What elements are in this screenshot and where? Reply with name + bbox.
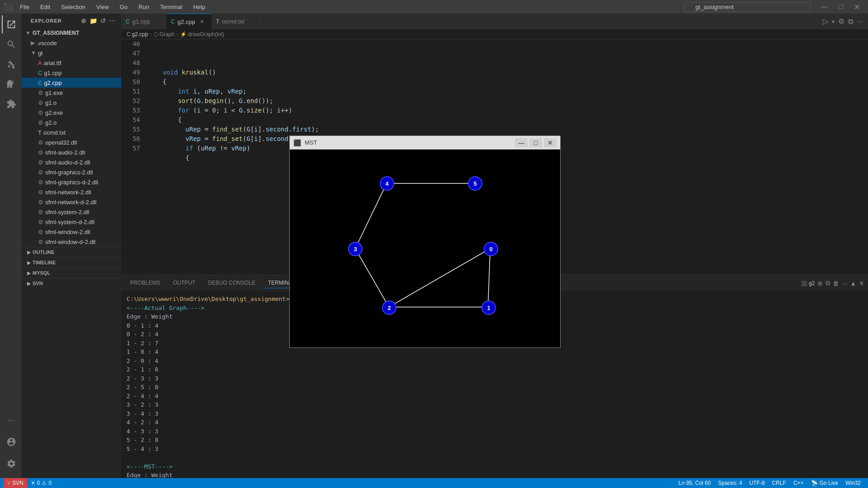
kill-terminal-icon[interactable]: 🗑 xyxy=(833,280,839,287)
tree-sfml-system-d[interactable]: ⚙ sfml-system-d-2.dll xyxy=(22,217,121,227)
tree-root[interactable]: ▼ GT_ASSIGNMENT xyxy=(22,28,121,38)
tree-g2o[interactable]: ⚙ g2.o xyxy=(22,117,121,127)
tab-debug-console[interactable]: DEBUG CONSOLE xyxy=(203,278,261,288)
add-terminal-icon[interactable]: ⊕ xyxy=(817,280,823,287)
run-split-icon[interactable]: ▾ xyxy=(832,19,835,25)
tree-sfml-network[interactable]: ⚙ sfml-network-2.dll xyxy=(22,187,121,197)
tree-sfml-graphics[interactable]: ⚙ sfml-graphics-2.dll xyxy=(22,167,121,177)
tab-g2cpp[interactable]: C g2.cpp ✕ xyxy=(166,14,212,29)
split-terminal-icon[interactable]: ⧉ xyxy=(826,279,830,287)
status-encoding[interactable]: UTF-8 xyxy=(746,478,769,488)
search-input[interactable] xyxy=(684,2,811,12)
status-errors[interactable]: ✕ 0 ⚠ 0 xyxy=(27,478,55,488)
dll-icon10: ⚙ xyxy=(38,229,43,235)
activity-source-control[interactable] xyxy=(2,55,20,73)
tree-sfml-audio-d-label: sfml-audio-d-2.dll xyxy=(45,159,90,166)
timeline-header[interactable]: ▶ TIMELINE xyxy=(22,258,121,267)
new-folder-icon[interactable]: 📁 xyxy=(90,17,98,24)
more-actions-icon[interactable]: ··· xyxy=(857,18,863,26)
tree-vscode[interactable]: ▶ .vscode xyxy=(22,38,121,48)
menu-view[interactable]: View xyxy=(94,3,111,11)
tab-ocmd-label: ocmd.txt xyxy=(222,18,244,25)
activity-remote[interactable]: ⋯ xyxy=(2,411,20,429)
tab-g1cpp[interactable]: C g1.cpp xyxy=(121,14,166,29)
activity-explorer[interactable] xyxy=(2,15,20,33)
tree-g1cpp[interactable]: C g1.cpp xyxy=(22,68,121,78)
status-line-ending[interactable]: CRLF xyxy=(769,478,790,488)
new-file-icon[interactable]: ⊕ xyxy=(81,17,87,24)
tab-output[interactable]: OUTPUT xyxy=(168,278,201,288)
tree-g1exe[interactable]: ⚙ g1.exe xyxy=(22,88,121,98)
status-spaces[interactable]: Spaces: 4 xyxy=(714,478,745,488)
tree-sfml-network-d[interactable]: ⚙ sfml-network-d-2.dll xyxy=(22,197,121,207)
breadcrumb-graph[interactable]: ⬡Graph xyxy=(154,31,175,38)
menu-edit[interactable]: Edit xyxy=(38,3,52,11)
svn-header[interactable]: ▶ SVN xyxy=(22,278,121,288)
obj-icon2: ⚙ xyxy=(38,119,43,126)
tree-g2cpp[interactable]: C g2.cpp xyxy=(22,78,121,88)
window-controls: — □ ✕ xyxy=(816,1,864,13)
close-button[interactable]: ✕ xyxy=(849,1,864,13)
tree-arial[interactable]: A arial.ttf xyxy=(22,58,121,68)
status-go-live[interactable]: 📡 Go Live xyxy=(807,478,842,488)
tree-sfml-window-d[interactable]: ⚙ sfml-window-d-2.dll xyxy=(22,237,121,247)
maximize-panel-icon[interactable]: ▲ xyxy=(850,280,856,287)
tab-ocmd-icon: T xyxy=(216,19,219,25)
chevron-right-icon6: ▶ xyxy=(27,281,31,286)
tree-sfml-window[interactable]: ⚙ sfml-window-2.dll xyxy=(22,227,121,237)
tree-sfml-graphics-d[interactable]: ⚙ sfml-graphics-d-2.dll xyxy=(22,177,121,187)
settings-icon[interactable]: ⚙ xyxy=(838,17,844,26)
breadcrumb-file[interactable]: Cg2.cpp xyxy=(127,31,148,38)
tree-gt[interactable]: ▼ gt xyxy=(22,48,121,58)
menu-run[interactable]: Run xyxy=(137,3,151,11)
tree-g1o[interactable]: ⚙ g1.o xyxy=(22,98,121,108)
tab-g1cpp-icon: C xyxy=(126,19,130,25)
tree-ocmd[interactable]: T ocmd.txt xyxy=(22,127,121,137)
tab-ocmd[interactable]: T ocmd.txt xyxy=(212,14,257,29)
activity-search[interactable] xyxy=(2,35,20,53)
tab-problems[interactable]: PROBLEMS xyxy=(125,278,166,288)
menu-terminal[interactable]: Terminal xyxy=(158,3,184,11)
spaces-text: Spaces: 4 xyxy=(718,480,742,486)
tree-sfml-graphics-d-label: sfml-graphics-d-2.dll xyxy=(45,179,98,186)
restore-button[interactable]: □ xyxy=(834,1,848,13)
status-platform[interactable]: Win32 xyxy=(842,478,864,488)
tree-sfml-audio[interactable]: ⚙ sfml-audio-2.dll xyxy=(22,147,121,157)
menu-selection[interactable]: Selection xyxy=(59,3,87,11)
dll-icon5: ⚙ xyxy=(38,179,43,186)
tree-sfml-system[interactable]: ⚙ sfml-system-2.dll xyxy=(22,207,121,217)
status-git[interactable]: ⑂ SVN xyxy=(4,478,27,488)
tree-g2exe[interactable]: ⚙ g2.exe xyxy=(22,108,121,117)
breadcrumb-drawgraph[interactable]: ⚡drawGraph(int) xyxy=(180,31,224,38)
activity-accounts[interactable] xyxy=(2,433,20,451)
language-text: C++ xyxy=(793,480,804,486)
tree-sfml-audio-d[interactable]: ⚙ sfml-audio-d-2.dll xyxy=(22,157,121,167)
menu-go[interactable]: Go xyxy=(118,3,129,11)
menu-help[interactable]: Help xyxy=(191,3,207,11)
menu-file[interactable]: File xyxy=(18,3,31,11)
dll-icon: ⚙ xyxy=(38,139,43,146)
tree-openal[interactable]: ⚙ openal32.dll xyxy=(22,137,121,147)
mysql-header[interactable]: ▶ MYSQL xyxy=(22,268,121,278)
collapse-icon[interactable]: ··· xyxy=(109,17,116,24)
tree-sfml-network-label: sfml-network-2.dll xyxy=(45,189,91,196)
run-icon[interactable]: ▷ xyxy=(823,17,828,26)
status-line-col[interactable]: Ln 95, Col 60 xyxy=(675,478,714,488)
cpp-icon: C xyxy=(38,70,42,76)
activity-extensions[interactable] xyxy=(2,95,20,113)
status-language[interactable]: C++ xyxy=(790,478,807,488)
tree-sfml-window-d-label: sfml-window-d-2.dll xyxy=(45,239,95,245)
tree-openal-label: openal32.dll xyxy=(45,139,77,146)
refresh-icon[interactable]: ↺ xyxy=(100,17,106,24)
split-editor-icon[interactable]: ⧉ xyxy=(848,18,853,26)
activity-settings[interactable] xyxy=(2,455,20,473)
terminal-mst-edge-weight-header: Edge : Weight xyxy=(127,471,863,478)
minimize-button[interactable]: — xyxy=(816,1,832,13)
outline-header[interactable]: ▶ OUTLINE xyxy=(22,247,121,257)
tab-g2cpp-close[interactable]: ✕ xyxy=(200,19,204,25)
activity-run-debug[interactable] xyxy=(2,75,20,93)
sidebar: Explorer ⊕ 📁 ↺ ··· ▼ GT_ASSIGNMENT ▶ .vs… xyxy=(22,14,121,478)
close-panel-icon[interactable]: ✕ xyxy=(859,280,864,287)
more-terminal-icon[interactable]: ··· xyxy=(842,280,847,287)
menu-bar: File Edit Selection View Go Run Terminal… xyxy=(18,3,684,11)
